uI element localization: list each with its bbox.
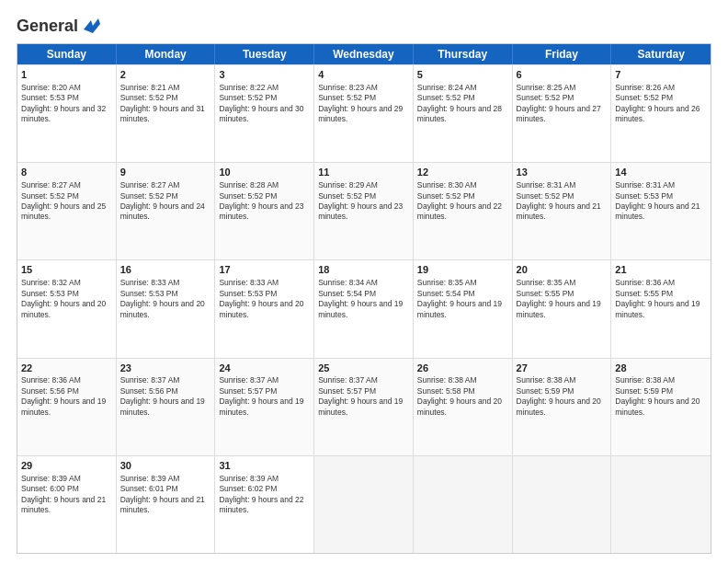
- day-cell-4: 4Sunrise: 8:23 AMSunset: 5:52 PMDaylight…: [314, 65, 414, 162]
- calendar-body: 1Sunrise: 8:20 AMSunset: 5:53 PMDaylight…: [17, 64, 711, 553]
- header-day-thursday: Thursday: [414, 44, 513, 64]
- sunset-text: Sunset: 5:56 PM: [120, 386, 178, 396]
- empty-cell: [414, 456, 513, 553]
- daylight-text: Daylight: 9 hours and 19 minutes.: [318, 299, 403, 318]
- daylight-text: Daylight: 9 hours and 19 minutes.: [318, 396, 403, 416]
- day-cell-12: 12Sunrise: 8:30 AMSunset: 5:52 PMDayligh…: [414, 163, 513, 259]
- calendar-week-5: 29Sunrise: 8:39 AMSunset: 6:00 PMDayligh…: [17, 455, 711, 553]
- sunrise-text: Sunrise: 8:32 AM: [21, 278, 81, 287]
- sunrise-text: Sunrise: 8:23 AM: [318, 83, 378, 92]
- daylight-text: Daylight: 9 hours and 20 minutes.: [219, 299, 303, 318]
- header-day-monday: Monday: [117, 44, 216, 64]
- daylight-text: Daylight: 9 hours and 25 minutes.: [21, 201, 106, 221]
- sunset-text: Sunset: 5:58 PM: [417, 386, 475, 396]
- sunset-text: Sunset: 5:53 PM: [21, 93, 79, 102]
- sunrise-text: Sunrise: 8:37 AM: [318, 375, 378, 385]
- daylight-text: Daylight: 9 hours and 21 minutes.: [615, 201, 700, 221]
- logo-general: General: [17, 17, 78, 36]
- calendar: SundayMondayTuesdayWednesdayThursdayFrid…: [17, 43, 711, 554]
- day-cell-11: 11Sunrise: 8:29 AMSunset: 5:52 PMDayligh…: [314, 163, 414, 259]
- sunset-text: Sunset: 5:59 PM: [615, 386, 673, 396]
- daylight-text: Daylight: 9 hours and 19 minutes.: [219, 396, 303, 416]
- svg-marker-0: [84, 18, 100, 33]
- day-number: 25: [318, 362, 409, 375]
- daylight-text: Daylight: 9 hours and 31 minutes.: [120, 104, 205, 123]
- sunrise-text: Sunrise: 8:27 AM: [120, 180, 180, 190]
- sunrise-text: Sunrise: 8:25 AM: [517, 83, 576, 92]
- empty-cell: [513, 456, 612, 553]
- sunset-text: Sunset: 5:52 PM: [120, 191, 178, 201]
- sunrise-text: Sunrise: 8:38 AM: [615, 375, 675, 385]
- day-cell-5: 5Sunrise: 8:24 AMSunset: 5:52 PMDaylight…: [414, 65, 513, 162]
- sunrise-text: Sunrise: 8:37 AM: [120, 375, 180, 385]
- sunset-text: Sunset: 5:56 PM: [21, 386, 79, 396]
- sunset-text: Sunset: 5:52 PM: [517, 93, 574, 102]
- sunset-text: Sunset: 5:53 PM: [615, 191, 673, 201]
- header-day-saturday: Saturday: [611, 44, 711, 64]
- day-cell-1: 1Sunrise: 8:20 AMSunset: 5:53 PMDaylight…: [17, 65, 117, 162]
- day-number: 31: [219, 459, 310, 473]
- calendar-week-2: 8Sunrise: 8:27 AMSunset: 5:52 PMDaylight…: [17, 162, 711, 259]
- day-number: 30: [120, 459, 211, 473]
- sunset-text: Sunset: 5:54 PM: [318, 289, 376, 298]
- day-cell-2: 2Sunrise: 8:21 AMSunset: 5:52 PMDaylight…: [117, 65, 216, 162]
- sunset-text: Sunset: 5:52 PM: [318, 93, 376, 102]
- sunset-text: Sunset: 5:53 PM: [219, 289, 277, 298]
- sunrise-text: Sunrise: 8:27 AM: [21, 180, 81, 190]
- sunrise-text: Sunrise: 8:35 AM: [517, 278, 576, 287]
- daylight-text: Daylight: 9 hours and 24 minutes.: [120, 201, 205, 221]
- day-cell-21: 21Sunrise: 8:36 AMSunset: 5:55 PMDayligh…: [611, 260, 711, 357]
- daylight-text: Daylight: 9 hours and 19 minutes.: [615, 299, 700, 318]
- day-cell-27: 27Sunrise: 8:38 AMSunset: 5:59 PMDayligh…: [513, 359, 612, 455]
- sunrise-text: Sunrise: 8:39 AM: [219, 474, 279, 483]
- daylight-text: Daylight: 9 hours and 27 minutes.: [517, 104, 601, 123]
- sunrise-text: Sunrise: 8:31 AM: [517, 180, 576, 190]
- sunrise-text: Sunrise: 8:33 AM: [219, 278, 279, 287]
- header-day-sunday: Sunday: [17, 44, 117, 64]
- sunset-text: Sunset: 5:57 PM: [219, 386, 277, 396]
- sunset-text: Sunset: 5:53 PM: [120, 289, 178, 298]
- sunrise-text: Sunrise: 8:22 AM: [219, 83, 279, 92]
- day-number: 27: [517, 362, 608, 375]
- daylight-text: Daylight: 9 hours and 19 minutes.: [21, 396, 106, 416]
- day-number: 17: [219, 263, 310, 277]
- daylight-text: Daylight: 9 hours and 20 minutes.: [517, 396, 601, 416]
- sunset-text: Sunset: 5:59 PM: [517, 386, 574, 396]
- calendar-week-3: 15Sunrise: 8:32 AMSunset: 5:53 PMDayligh…: [17, 259, 711, 357]
- day-number: 16: [120, 263, 211, 277]
- sunrise-text: Sunrise: 8:34 AM: [318, 278, 378, 287]
- sunset-text: Sunset: 5:57 PM: [318, 386, 376, 396]
- sunrise-text: Sunrise: 8:37 AM: [219, 375, 279, 385]
- day-cell-22: 22Sunrise: 8:36 AMSunset: 5:56 PMDayligh…: [17, 359, 117, 455]
- day-number: 29: [21, 459, 112, 473]
- day-cell-7: 7Sunrise: 8:26 AMSunset: 5:52 PMDaylight…: [611, 65, 711, 162]
- day-number: 24: [219, 362, 310, 375]
- day-cell-8: 8Sunrise: 8:27 AMSunset: 5:52 PMDaylight…: [17, 163, 117, 259]
- sunrise-text: Sunrise: 8:36 AM: [615, 278, 675, 287]
- day-cell-15: 15Sunrise: 8:32 AMSunset: 5:53 PMDayligh…: [17, 260, 117, 357]
- day-number: 26: [417, 362, 508, 375]
- sunset-text: Sunset: 6:00 PM: [21, 484, 79, 493]
- day-number: 19: [417, 263, 508, 277]
- sunset-text: Sunset: 5:53 PM: [21, 289, 79, 298]
- day-number: 8: [21, 166, 112, 179]
- day-number: 15: [21, 263, 112, 277]
- sunset-text: Sunset: 5:52 PM: [120, 93, 178, 102]
- daylight-text: Daylight: 9 hours and 29 minutes.: [318, 104, 403, 123]
- sunrise-text: Sunrise: 8:26 AM: [615, 83, 675, 92]
- day-number: 3: [219, 68, 310, 82]
- day-number: 10: [219, 166, 310, 179]
- sunrise-text: Sunrise: 8:33 AM: [120, 278, 180, 287]
- daylight-text: Daylight: 9 hours and 23 minutes.: [318, 201, 403, 221]
- sunset-text: Sunset: 5:52 PM: [417, 191, 475, 201]
- day-number: 20: [517, 263, 608, 277]
- day-number: 22: [21, 362, 112, 375]
- sunset-text: Sunset: 5:55 PM: [615, 289, 673, 298]
- day-number: 21: [615, 263, 707, 277]
- day-number: 14: [615, 166, 707, 179]
- sunset-text: Sunset: 6:02 PM: [219, 484, 277, 493]
- day-cell-31: 31Sunrise: 8:39 AMSunset: 6:02 PMDayligh…: [215, 456, 314, 553]
- day-cell-26: 26Sunrise: 8:38 AMSunset: 5:58 PMDayligh…: [414, 359, 513, 455]
- day-cell-14: 14Sunrise: 8:31 AMSunset: 5:53 PMDayligh…: [611, 163, 711, 259]
- calendar-week-1: 1Sunrise: 8:20 AMSunset: 5:53 PMDaylight…: [17, 64, 711, 162]
